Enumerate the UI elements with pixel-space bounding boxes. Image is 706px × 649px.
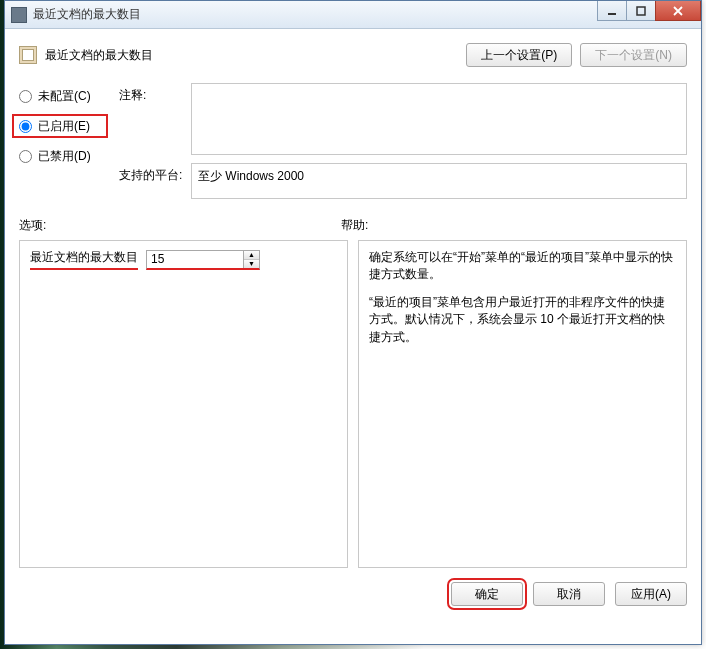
radio-not-configured-input[interactable] — [19, 90, 32, 103]
spinner-buttons: ▲ ▼ — [243, 251, 259, 268]
radio-not-configured[interactable]: 未配置(C) — [19, 87, 119, 105]
radio-enabled-label: 已启用(E) — [38, 118, 90, 135]
lower-panes: 最近文档的最大数目 ▲ ▼ 确定系统可以在“开始”菜单的“最近的项目”菜单中显示… — [19, 240, 687, 568]
platform-box: 至少 Windows 2000 — [191, 163, 687, 199]
window-title: 最近文档的最大数目 — [33, 6, 141, 23]
platform-label: 支持的平台: — [119, 155, 191, 184]
section-labels: 选项: 帮助: — [19, 217, 687, 234]
policy-icon — [19, 46, 37, 64]
radio-disabled[interactable]: 已禁用(D) — [19, 147, 119, 165]
close-icon — [672, 6, 684, 16]
dialog-window: 最近文档的最大数目 最近文档的最大数目 上一个设置(P) 下一个设置(N) — [4, 0, 702, 645]
max-docs-input[interactable] — [147, 251, 243, 268]
apply-button[interactable]: 应用(A) — [615, 582, 687, 606]
cancel-button[interactable]: 取消 — [533, 582, 605, 606]
max-docs-label: 最近文档的最大数目 — [30, 249, 138, 270]
help-label: 帮助: — [341, 217, 368, 234]
header-row: 最近文档的最大数目 上一个设置(P) 下一个设置(N) — [19, 41, 687, 69]
spinner-down-button[interactable]: ▼ — [244, 260, 259, 268]
page-title: 最近文档的最大数目 — [45, 47, 153, 64]
client-area: 最近文档的最大数目 上一个设置(P) 下一个设置(N) 未配置(C) 已启用(E… — [5, 29, 701, 620]
spinner-up-button[interactable]: ▲ — [244, 251, 259, 260]
comment-textarea[interactable] — [191, 83, 687, 155]
radio-not-configured-label: 未配置(C) — [38, 88, 91, 105]
comment-label: 注释: — [119, 83, 191, 104]
form-area: 未配置(C) 已启用(E) 已禁用(D) 注释: 支持的平台: 至少 Windo… — [19, 83, 687, 199]
help-paragraph-1: 确定系统可以在“开始”菜单的“最近的项目”菜单中显示的快捷方式数量。 — [369, 249, 676, 284]
close-button[interactable] — [655, 1, 701, 21]
radio-disabled-input[interactable] — [19, 150, 32, 163]
minimize-button[interactable] — [597, 1, 627, 21]
help-pane: 确定系统可以在“开始”菜单的“最近的项目”菜单中显示的快捷方式数量。 “最近的项… — [358, 240, 687, 568]
ok-button[interactable]: 确定 — [451, 582, 523, 606]
titlebar[interactable]: 最近文档的最大数目 — [5, 1, 701, 29]
maximize-button[interactable] — [626, 1, 656, 21]
radio-enabled[interactable]: 已启用(E) — [15, 117, 105, 135]
maximize-icon — [636, 6, 646, 16]
options-label: 选项: — [19, 217, 341, 234]
radio-disabled-label: 已禁用(D) — [38, 148, 91, 165]
next-setting-button[interactable]: 下一个设置(N) — [580, 43, 687, 67]
footer-buttons: 确定 取消 应用(A) — [19, 582, 687, 606]
nav-buttons: 上一个设置(P) 下一个设置(N) — [466, 43, 687, 67]
platform-text: 至少 Windows 2000 — [198, 169, 304, 183]
svg-rect-1 — [637, 7, 645, 15]
prev-setting-button[interactable]: 上一个设置(P) — [466, 43, 572, 67]
window-controls — [598, 1, 701, 21]
svg-rect-0 — [608, 13, 616, 15]
options-pane: 最近文档的最大数目 ▲ ▼ — [19, 240, 348, 568]
state-radio-group: 未配置(C) 已启用(E) 已禁用(D) — [19, 83, 119, 177]
max-docs-spinner: ▲ ▼ — [146, 250, 260, 270]
radio-enabled-input[interactable] — [19, 120, 32, 133]
max-docs-row: 最近文档的最大数目 ▲ ▼ — [30, 249, 337, 270]
help-paragraph-2: “最近的项目”菜单包含用户最近打开的非程序文件的快捷方式。默认情况下，系统会显示… — [369, 294, 676, 346]
minimize-icon — [607, 6, 617, 16]
app-icon — [11, 7, 27, 23]
